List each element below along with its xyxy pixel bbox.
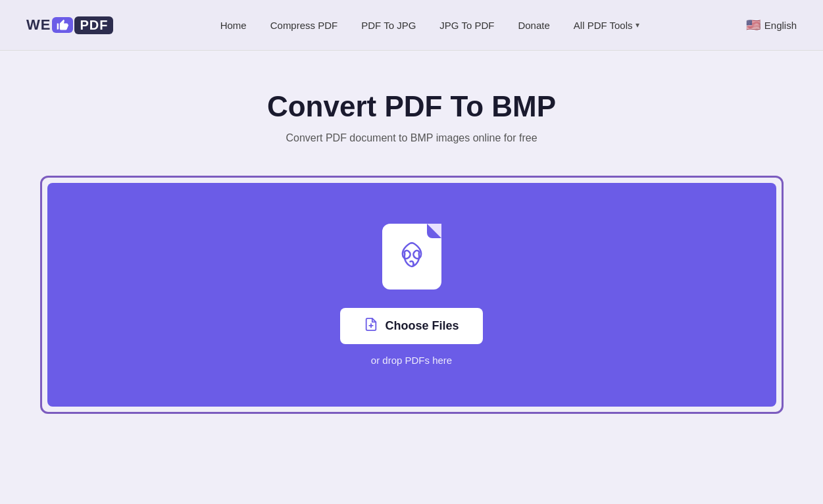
site-header: WE PDF Home Compress PDF PDF To JPG JPG …: [0, 0, 823, 51]
logo-thumbs-icon: [52, 17, 73, 33]
nav-pdf-to-jpg[interactable]: PDF To JPG: [361, 20, 416, 31]
page-title: Convert PDF To BMP: [267, 90, 556, 123]
nav-compress-pdf[interactable]: Compress PDF: [270, 20, 338, 31]
upload-dropzone[interactable]: Choose Files or drop PDFs here: [47, 183, 776, 407]
language-label: English: [764, 20, 797, 31]
logo[interactable]: WE PDF: [26, 16, 113, 34]
nav-all-pdf-tools[interactable]: All PDF Tools ▾: [574, 20, 639, 31]
choose-files-label: Choose Files: [385, 319, 459, 333]
chevron-down-icon: ▾: [636, 20, 639, 30]
upload-container: Choose Files or drop PDFs here: [40, 176, 784, 414]
choose-files-button[interactable]: Choose Files: [340, 308, 482, 344]
main-content: Convert PDF To BMP Convert PDF document …: [0, 51, 823, 440]
page-subtitle: Convert PDF document to BMP images onlin…: [286, 132, 537, 144]
nav-home[interactable]: Home: [220, 20, 247, 31]
flag-icon: 🇺🇸: [746, 18, 761, 32]
pdf-file-icon: [382, 224, 441, 290]
pdf-icon-corner: [427, 224, 441, 238]
drop-zone-text: or drop PDFs here: [371, 355, 452, 366]
nav-donate[interactable]: Donate: [518, 20, 549, 31]
logo-we-text: WE: [26, 16, 51, 34]
logo-pdf-text: PDF: [74, 16, 113, 34]
file-add-icon: [364, 317, 378, 335]
nav-jpg-to-pdf[interactable]: JPG To PDF: [439, 20, 494, 31]
main-nav: Home Compress PDF PDF To JPG JPG To PDF …: [220, 20, 639, 31]
language-selector[interactable]: 🇺🇸 English: [746, 18, 797, 32]
